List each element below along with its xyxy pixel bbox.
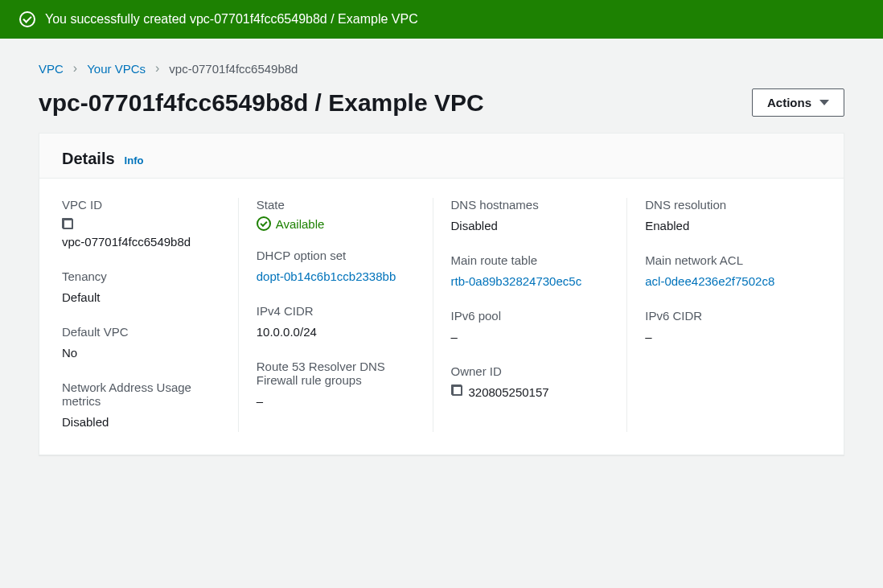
field-value: Disabled [451, 216, 610, 236]
field-label: Network Address Usage metrics [62, 380, 220, 408]
network-acl-link[interactable]: acl-0dee4236e2f7502c8 [645, 272, 803, 291]
field-value: Available [276, 217, 325, 231]
breadcrumb-your-vpcs[interactable]: Your VPCs [87, 62, 146, 76]
copy-icon[interactable] [62, 218, 73, 229]
page-title: vpc-07701f4fcc6549b8d / Example VPC [39, 89, 484, 117]
field-label: Default VPC [62, 325, 220, 339]
field-value: Default [62, 288, 220, 307]
field-state: State Available [257, 198, 415, 231]
field-main-network-acl: Main network ACL acl-0dee4236e2f7502c8 [645, 253, 803, 291]
panel-title: Details [62, 150, 115, 168]
field-label: VPC ID [62, 198, 220, 212]
field-dhcp-option-set: DHCP option set dopt-0b14c6b1ccb2338bb [257, 249, 415, 286]
field-value: Enabled [645, 216, 803, 236]
field-label: IPv6 CIDR [645, 309, 803, 323]
field-value: No [62, 343, 220, 363]
field-value: – [451, 327, 610, 347]
caret-down-icon [819, 100, 829, 105]
copy-icon[interactable] [451, 384, 462, 396]
status-available-icon [257, 216, 271, 231]
field-label: Tenancy [62, 269, 220, 283]
actions-button[interactable]: Actions [752, 88, 844, 117]
field-value: 10.0.0.0/24 [257, 323, 415, 342]
field-label: Route 53 Resolver DNS Firewall rule grou… [257, 360, 415, 387]
field-dns-resolution: DNS resolution Enabled [645, 198, 803, 236]
dhcp-link[interactable]: dopt-0b14c6b1ccb2338bb [257, 267, 415, 286]
field-dns-hostnames: DNS hostnames Disabled [451, 198, 610, 236]
field-value: vpc-07701f4fcc6549b8d [62, 232, 220, 252]
chevron-right-icon: › [155, 61, 159, 76]
actions-label: Actions [767, 96, 811, 109]
field-ipv6-pool: IPv6 pool – [451, 309, 610, 347]
panel-header: Details Info [39, 134, 844, 179]
field-label: Owner ID [451, 364, 610, 378]
field-vpc-id: VPC ID vpc-07701f4fcc6549b8d [62, 198, 220, 252]
field-nau-metrics: Network Address Usage metrics Disabled [62, 380, 220, 432]
route-table-link[interactable]: rtb-0a89b32824730ec5c [451, 272, 610, 291]
field-default-vpc: Default VPC No [62, 325, 220, 363]
breadcrumb: VPC › Your VPCs › vpc-07701f4fcc6549b8d [39, 61, 844, 76]
success-banner: You successfully created vpc-07701f4fcc6… [0, 0, 883, 39]
field-label: DHCP option set [257, 249, 415, 262]
field-owner-id: Owner ID 320805250157 [451, 364, 610, 402]
success-message: You successfully created vpc-07701f4fcc6… [45, 12, 418, 27]
chevron-right-icon: › [73, 61, 77, 76]
field-value: – [645, 327, 803, 347]
field-value: – [257, 392, 415, 411]
breadcrumb-current: vpc-07701f4fcc6549b8d [169, 62, 298, 76]
field-label: IPv4 CIDR [257, 304, 415, 318]
field-route53: Route 53 Resolver DNS Firewall rule grou… [257, 360, 415, 411]
field-label: IPv6 pool [451, 309, 610, 323]
details-panel: Details Info VPC ID vpc-07701f4fcc6549b8… [39, 133, 844, 455]
field-value: Disabled [62, 413, 220, 432]
field-label: State [257, 198, 415, 212]
field-ipv4-cidr: IPv4 CIDR 10.0.0.0/24 [257, 304, 415, 342]
info-link[interactable]: Info [125, 154, 144, 167]
field-label: Main route table [451, 253, 610, 267]
field-label: Main network ACL [645, 253, 803, 267]
field-ipv6-cidr: IPv6 CIDR – [645, 309, 803, 347]
breadcrumb-vpc[interactable]: VPC [39, 62, 64, 76]
success-check-icon [19, 11, 35, 27]
field-main-route-table: Main route table rtb-0a89b32824730ec5c [451, 253, 610, 291]
field-tenancy: Tenancy Default [62, 269, 220, 307]
field-value: 320805250157 [469, 383, 549, 402]
field-label: DNS hostnames [451, 198, 610, 212]
field-label: DNS resolution [645, 198, 803, 212]
